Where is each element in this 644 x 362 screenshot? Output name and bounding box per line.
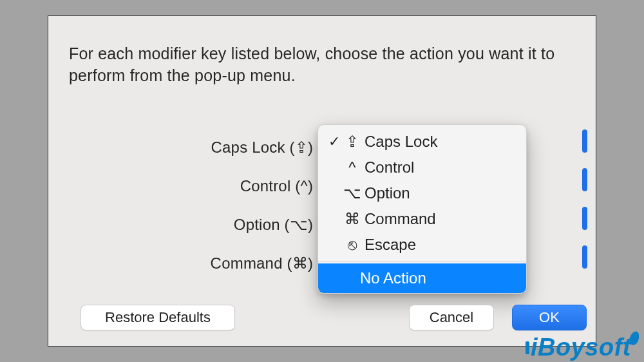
menu-item-label: Option: [362, 184, 410, 202]
modifier-labels: Caps Lock (⇪) Key Control (^) Key Option…: [80, 128, 345, 283]
modifier-action-menu: ✓ ⇪ Caps Lock ^ Control ⌥ Option ⌘ Comma…: [317, 124, 527, 294]
capslock-key-label: Caps Lock (⇪) Key: [80, 128, 345, 167]
control-icon: ^: [343, 158, 362, 176]
ok-button[interactable]: OK: [512, 305, 587, 330]
modifier-keys-sheet: For each modifier key listed below, choo…: [48, 15, 596, 347]
escape-icon: ⎋: [343, 236, 362, 254]
option-popup-button[interactable]: [582, 207, 587, 230]
popup-button-edges: [582, 129, 587, 284]
watermark-text: iBoysoft: [531, 335, 631, 359]
option-icon: ⌥: [343, 184, 362, 202]
command-key-label: Command (⌘) Key: [80, 244, 345, 283]
menu-item-capslock[interactable]: ✓ ⇪ Caps Lock: [318, 129, 526, 155]
menu-item-command[interactable]: ⌘ Command: [318, 206, 526, 232]
command-popup-button[interactable]: [582, 245, 587, 269]
control-key-label: Control (^) Key: [80, 167, 345, 205]
menu-item-label: No Action: [360, 269, 426, 287]
instruction-text: For each modifier key listed below, choo…: [69, 43, 558, 87]
capslock-icon: ⇪: [343, 133, 362, 151]
capslock-popup-button[interactable]: [582, 129, 587, 153]
menu-item-escape[interactable]: ⎋ Escape: [318, 232, 526, 258]
watermark-i-icon: [526, 341, 529, 354]
option-key-label: Option (⌥) Key: [80, 205, 345, 244]
control-popup-button[interactable]: [582, 168, 587, 191]
menu-item-label: Caps Lock: [362, 133, 437, 151]
menu-item-label: Command: [362, 210, 436, 228]
check-icon: ✓: [326, 133, 343, 150]
dialog-button-row: Restore Defaults Cancel OK: [80, 305, 587, 330]
menu-item-no-action[interactable]: No Action: [318, 263, 526, 293]
menu-item-label: Escape: [362, 236, 416, 254]
menu-item-option[interactable]: ⌥ Option: [318, 180, 526, 206]
cancel-button[interactable]: Cancel: [409, 305, 494, 330]
command-icon: ⌘: [343, 210, 362, 228]
menu-separator: [318, 262, 526, 262]
iboysoft-watermark: iBoysoft: [527, 335, 640, 359]
restore-defaults-button[interactable]: Restore Defaults: [80, 305, 235, 330]
menu-item-control[interactable]: ^ Control: [318, 155, 526, 180]
menu-item-label: Control: [362, 158, 414, 176]
